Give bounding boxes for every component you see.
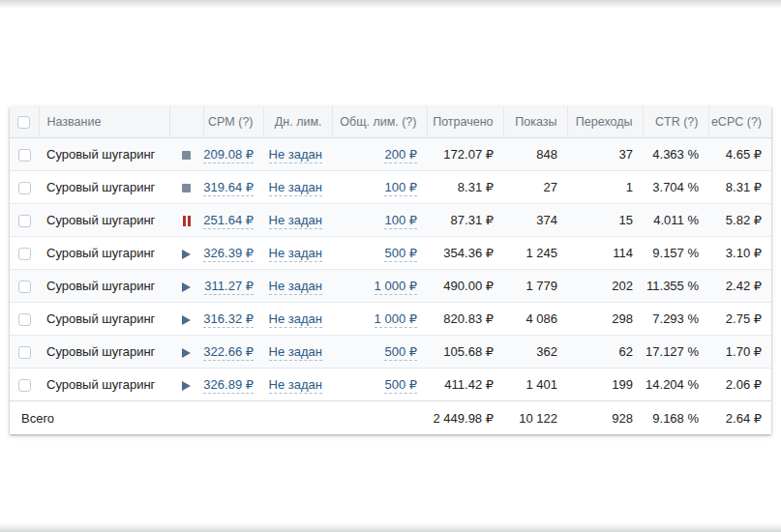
row-checkbox[interactable] xyxy=(18,215,31,227)
column-header-cpm: CPM (?) xyxy=(203,106,263,138)
row-checkbox[interactable] xyxy=(18,182,31,194)
ctr-value: 7.293 % xyxy=(643,303,708,336)
impressions-value: 1 245 xyxy=(503,237,567,270)
ecpc-value: 2.06 ₽ xyxy=(708,369,771,401)
impressions-value: 4 086 xyxy=(503,303,567,336)
ctr-value: 4.011 % xyxy=(643,204,708,237)
ad-name[interactable]: Суровый шугаринг xyxy=(46,180,155,194)
clicks-value: 298 xyxy=(567,303,643,336)
column-header-total-limit: Общ. лим. (?) xyxy=(332,106,427,138)
table-row: Суровый шугаринг251.64 ₽Не задан100 ₽87.… xyxy=(10,204,771,237)
row-checkbox[interactable] xyxy=(18,346,31,359)
ctr-value: 17.127 % xyxy=(643,336,708,369)
spent-value: 820.83 ₽ xyxy=(427,303,503,336)
page-top-edge xyxy=(0,0,781,9)
total-limit-value[interactable]: 500 ₽ xyxy=(384,246,417,262)
table-row: Суровый шугаринг209.08 ₽Не задан200 ₽172… xyxy=(10,138,771,171)
daily-limit-value[interactable]: Не задан xyxy=(269,377,322,394)
ad-name[interactable]: Суровый шугаринг xyxy=(46,377,155,392)
table-row: Суровый шугаринг319.64 ₽Не задан100 ₽8.3… xyxy=(10,171,771,204)
totals-ctr: 9.168 % xyxy=(643,401,708,435)
impressions-value: 1 401 xyxy=(503,369,567,401)
table-row: Суровый шугаринг316.32 ₽Не задан1 000 ₽8… xyxy=(10,303,771,336)
clicks-value: 15 xyxy=(567,204,643,237)
total-limit-value[interactable]: 1 000 ₽ xyxy=(375,279,417,295)
impressions-value: 1 779 xyxy=(503,270,567,303)
total-limit-value[interactable]: 1 000 ₽ xyxy=(375,311,417,328)
ctr-value: 4.363 % xyxy=(643,138,708,171)
totals-ecpc: 2.64 ₽ xyxy=(708,401,771,435)
ad-name[interactable]: Суровый шугаринг xyxy=(46,213,155,227)
clicks-value: 37 xyxy=(567,138,643,171)
clicks-value: 199 xyxy=(567,369,643,401)
daily-limit-value[interactable]: Не задан xyxy=(269,246,322,262)
ad-name[interactable]: Суровый шугаринг xyxy=(46,344,155,359)
daily-limit-value[interactable]: Не задан xyxy=(269,180,322,196)
table-row: Суровый шугаринг322.66 ₽Не задан500 ₽105… xyxy=(10,336,771,369)
clicks-value: 114 xyxy=(567,237,643,270)
totals-clicks: 928 xyxy=(567,401,643,435)
impressions-value: 362 xyxy=(503,336,567,369)
column-header-status xyxy=(169,106,203,138)
spent-value: 490.00 ₽ xyxy=(427,270,503,303)
clicks-value: 62 xyxy=(567,336,643,369)
daily-limit-value[interactable]: Не задан xyxy=(269,344,322,361)
total-limit-value[interactable]: 200 ₽ xyxy=(384,147,417,163)
spent-value: 8.31 ₽ xyxy=(427,171,503,204)
spent-value: 354.36 ₽ xyxy=(427,237,503,270)
cpm-value[interactable]: 251.64 ₽ xyxy=(203,213,254,229)
totals-impressions: 10 122 xyxy=(503,401,567,435)
table-header: Название CPM (?) Дн. лим. Общ. лим. (?) … xyxy=(10,106,771,138)
cpm-value[interactable]: 326.39 ₽ xyxy=(203,246,254,262)
ctr-value: 9.157 % xyxy=(643,237,708,270)
total-limit-value[interactable]: 500 ₽ xyxy=(384,377,417,394)
ad-name[interactable]: Суровый шугаринг xyxy=(46,147,155,162)
total-limit-value[interactable]: 100 ₽ xyxy=(384,180,417,196)
table-body: Суровый шугаринг209.08 ₽Не задан200 ₽172… xyxy=(10,138,771,401)
daily-limit-value[interactable]: Не задан xyxy=(269,147,322,163)
row-checkbox[interactable] xyxy=(18,281,31,293)
stop-icon xyxy=(182,184,191,192)
ad-name[interactable]: Суровый шугаринг xyxy=(46,279,155,293)
totals-spent: 2 449.98 ₽ xyxy=(427,401,503,435)
table-footer: Всего 2 449.98 ₽ 10 122 928 9.168 % 2.64… xyxy=(10,401,771,435)
ctr-value: 3.704 % xyxy=(643,171,708,204)
select-all-checkbox[interactable] xyxy=(17,116,30,129)
ad-name[interactable]: Суровый шугаринг xyxy=(46,311,155,326)
ecpc-value: 8.31 ₽ xyxy=(708,171,771,204)
table-row: Суровый шугаринг326.39 ₽Не задан500 ₽354… xyxy=(10,237,771,270)
cpm-value[interactable]: 311.27 ₽ xyxy=(204,279,254,295)
impressions-value: 374 xyxy=(503,204,567,237)
impressions-value: 848 xyxy=(503,138,567,171)
cpm-value[interactable]: 316.32 ₽ xyxy=(203,311,254,328)
ecpc-value: 2.75 ₽ xyxy=(708,303,771,336)
daily-limit-value[interactable]: Не задан xyxy=(269,311,322,328)
ecpc-value: 3.10 ₽ xyxy=(708,237,771,270)
row-checkbox[interactable] xyxy=(18,248,31,260)
play-icon xyxy=(182,250,191,259)
column-header-name: Название xyxy=(39,106,169,138)
daily-limit-value[interactable]: Не задан xyxy=(269,213,322,229)
ad-name[interactable]: Суровый шугаринг xyxy=(46,246,155,260)
row-checkbox[interactable] xyxy=(18,149,31,162)
ecpc-value: 5.82 ₽ xyxy=(708,204,771,237)
column-header-impressions: Показы xyxy=(503,106,567,138)
table-row: Суровый шугаринг326.89 ₽Не задан500 ₽411… xyxy=(10,369,771,401)
spent-value: 87.31 ₽ xyxy=(427,204,503,237)
row-checkbox[interactable] xyxy=(18,379,31,392)
total-limit-value[interactable]: 100 ₽ xyxy=(384,213,417,229)
cpm-value[interactable]: 209.08 ₽ xyxy=(203,147,254,163)
clicks-value: 202 xyxy=(567,270,643,303)
row-checkbox[interactable] xyxy=(18,313,31,326)
cpm-value[interactable]: 319.64 ₽ xyxy=(203,180,254,196)
cpm-value[interactable]: 322.66 ₽ xyxy=(203,344,254,361)
daily-limit-value[interactable]: Не задан xyxy=(269,279,322,295)
total-limit-value[interactable]: 500 ₽ xyxy=(384,344,417,361)
column-header-spent: Потрачено xyxy=(427,106,503,138)
ecpc-value: 2.42 ₽ xyxy=(708,270,771,303)
play-icon xyxy=(182,282,191,292)
column-header-ecpc: eCPC (?) xyxy=(708,106,771,138)
cpm-value[interactable]: 326.89 ₽ xyxy=(203,377,254,394)
ecpc-value: 4.65 ₽ xyxy=(708,138,771,171)
table-row: Суровый шугаринг311.27 ₽Не задан1 000 ₽4… xyxy=(10,270,771,303)
